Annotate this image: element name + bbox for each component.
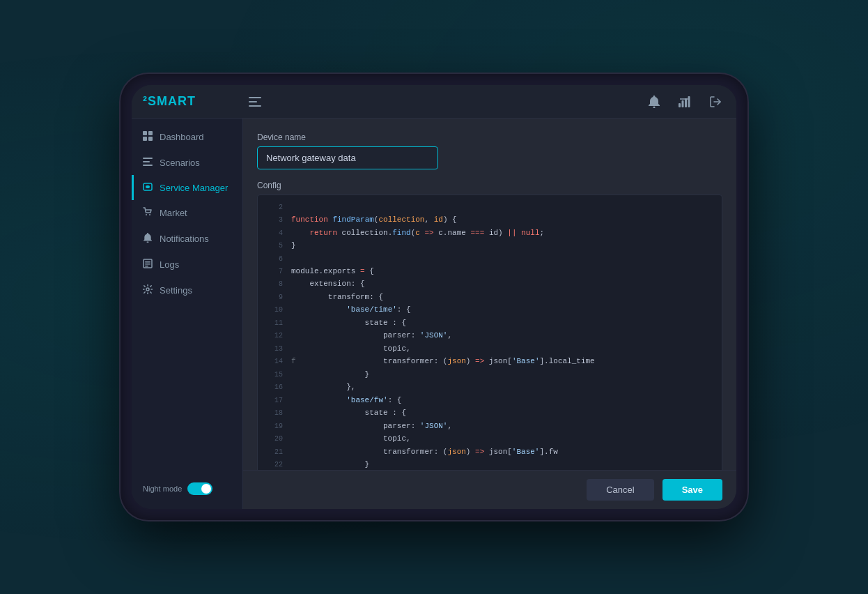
device-name-label: Device name — [257, 132, 722, 142]
svg-rect-14 — [143, 158, 153, 159]
dashboard-label: Dashboard — [160, 132, 204, 142]
svg-rect-13 — [148, 137, 153, 141]
code-line-13: 13 topic, — [258, 342, 722, 356]
sidebar-item-scenarios[interactable]: Scenarios — [132, 150, 242, 175]
code-line-22: 22 } — [258, 458, 722, 470]
svg-rect-20 — [147, 242, 149, 243]
bottom-bar: Cancel Save — [243, 470, 736, 509]
code-line-17: 17 'base/fw': { — [258, 394, 722, 407]
market-label: Market — [160, 208, 187, 218]
settings-label: Settings — [160, 285, 192, 296]
svg-rect-10 — [143, 131, 147, 135]
tablet-frame: ²SMART — [121, 74, 747, 520]
scenarios-label: Scenarios — [160, 158, 200, 168]
code-line-19: 19 parser: 'JSON', — [258, 420, 722, 433]
logout-button[interactable] — [706, 92, 725, 112]
code-line-3: 3 function findParam(collection, id) { — [258, 213, 722, 227]
signal-button[interactable] — [675, 92, 695, 112]
code-line-16: 16 }, — [258, 381, 722, 394]
logo: ²SMART — [132, 94, 243, 109]
sidebar-item-logs[interactable]: Logs — [132, 252, 242, 277]
content-area: Device name Config 2 3 — [243, 119, 736, 470]
notifications-icon — [143, 233, 153, 245]
logs-label: Logs — [160, 259, 179, 270]
code-line-8: 8 extension: { — [258, 277, 722, 291]
cancel-button[interactable]: Cancel — [587, 479, 653, 501]
top-bar-center — [243, 97, 644, 107]
market-icon — [143, 207, 153, 219]
code-line-20: 20 topic, — [258, 432, 722, 446]
notifications-label: Notifications — [160, 234, 209, 244]
sidebar-bottom: Night mode — [132, 474, 242, 503]
svg-point-25 — [146, 288, 149, 291]
code-line-18: 18 state : { — [258, 406, 722, 420]
config-group: Config 2 3 function findParam(collection… — [257, 181, 722, 470]
svg-rect-12 — [143, 137, 147, 141]
hamburger-icon[interactable] — [249, 97, 261, 107]
svg-point-18 — [146, 214, 147, 215]
config-label: Config — [257, 181, 722, 190]
code-line-7: 7 module.exports = { — [258, 265, 722, 278]
main-layout: Dashboard Scenarios — [132, 119, 736, 509]
tablet-screen: ²SMART — [132, 85, 736, 509]
code-line-4: 4 return collection.find(c => c.name ===… — [258, 227, 722, 240]
svg-rect-6 — [685, 98, 687, 107]
svg-rect-24 — [145, 266, 148, 267]
sidebar-item-settings[interactable]: Settings — [132, 277, 242, 303]
scenarios-icon — [143, 157, 153, 168]
svg-rect-22 — [145, 261, 150, 263]
sidebar-item-notifications[interactable]: Notifications — [132, 226, 242, 252]
svg-rect-1 — [249, 101, 257, 102]
top-bar-actions — [644, 92, 725, 112]
code-line-11: 11 state : { — [258, 317, 722, 330]
service-manager-label: Service Manager — [160, 183, 228, 193]
night-mode-label: Night mode — [143, 485, 182, 493]
code-editor[interactable]: 2 3 function findParam(collection, id) {… — [257, 195, 722, 470]
svg-point-3 — [653, 106, 656, 108]
sidebar-item-dashboard[interactable]: Dashboard — [132, 124, 242, 150]
svg-point-19 — [149, 214, 150, 215]
code-line-21: 21 transformer: (json) => json['Base'].f… — [258, 446, 722, 459]
device-name-group: Device name — [257, 132, 722, 169]
svg-rect-7 — [688, 96, 690, 107]
settings-icon — [143, 284, 153, 296]
svg-rect-2 — [249, 105, 261, 107]
sidebar: Dashboard Scenarios — [132, 119, 243, 509]
code-line-6: 6 — [258, 252, 722, 265]
sidebar-item-service-manager[interactable]: Service Manager — [132, 175, 242, 200]
dashboard-icon — [143, 131, 153, 143]
code-line-14: 14 f transformer: (json) => json['Base']… — [258, 355, 722, 368]
notification-button[interactable] — [644, 92, 664, 112]
device-name-input[interactable] — [257, 146, 438, 169]
svg-rect-15 — [143, 161, 150, 162]
logs-icon — [143, 259, 153, 271]
code-line-5: 5 } — [258, 239, 722, 252]
night-mode-switch[interactable] — [187, 482, 212, 495]
svg-rect-0 — [249, 97, 261, 98]
night-mode-toggle: Night mode — [143, 482, 231, 495]
service-manager-icon — [143, 182, 153, 193]
code-line-12: 12 parser: 'JSON', — [258, 329, 722, 342]
code-line-2: 2 — [258, 201, 722, 213]
sidebar-item-market[interactable]: Market — [132, 200, 242, 226]
svg-rect-4 — [679, 103, 681, 107]
code-line-9: 9 transform: { — [258, 291, 722, 304]
code-line-10: 10 'base/time': { — [258, 303, 722, 317]
logo-text: ²SMART — [143, 94, 196, 109]
svg-rect-23 — [145, 264, 150, 265]
top-bar: ²SMART — [132, 85, 736, 119]
svg-rect-16 — [143, 165, 153, 166]
save-button[interactable]: Save — [662, 479, 722, 501]
svg-rect-5 — [682, 100, 684, 107]
svg-rect-11 — [148, 131, 153, 135]
code-line-15: 15 } — [258, 368, 722, 381]
